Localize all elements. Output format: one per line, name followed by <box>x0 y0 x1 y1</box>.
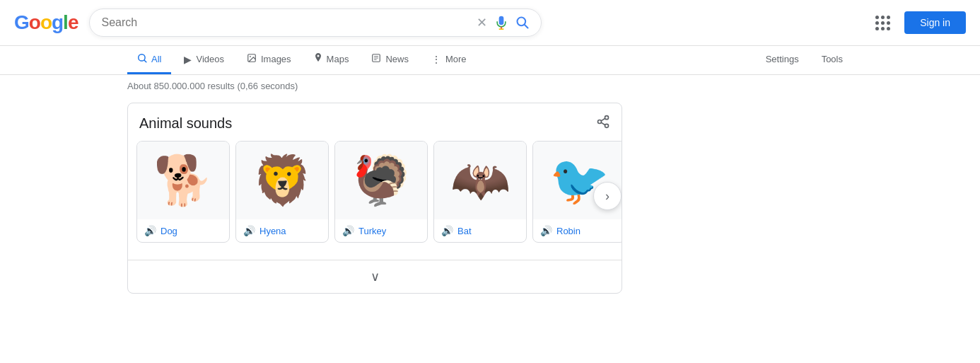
google-logo[interactable]: Google <box>14 11 78 34</box>
nav-right: Settings Tools <box>756 47 853 74</box>
turkey-emoji: 🦃 <box>351 152 412 209</box>
expand-icon: ∨ <box>371 270 380 284</box>
tab-images[interactable]: Images <box>237 46 301 74</box>
tab-videos-label: Videos <box>196 54 224 64</box>
animals-scroll: 🐕 🔊 Dog 🦁 🔊 Hyena 🦃 <box>128 141 622 243</box>
next-arrow-button[interactable]: › <box>593 182 622 210</box>
hyena-name: Hyena <box>259 226 286 236</box>
all-icon <box>137 53 147 65</box>
dog-emoji: 🐕 <box>153 152 214 209</box>
sound-icon-turkey: 🔊 <box>342 225 354 236</box>
news-icon <box>371 53 381 65</box>
tab-images-label: Images <box>261 54 291 64</box>
svg-point-7 <box>250 56 251 57</box>
turkey-image: 🦃 <box>335 142 427 219</box>
dog-name: Dog <box>161 226 177 236</box>
svg-line-16 <box>601 118 605 121</box>
tab-more-label: More <box>445 54 467 64</box>
sound-icon-robin: 🔊 <box>540 225 552 236</box>
dog-image: 🐕 <box>137 142 229 219</box>
search-input[interactable]: What sound does a dog make <box>101 16 469 29</box>
voice-search-button[interactable] <box>494 16 508 30</box>
tools-link[interactable]: Tools <box>812 47 853 74</box>
tab-maps[interactable]: Maps <box>304 46 359 74</box>
hyena-emoji: 🦁 <box>252 152 313 209</box>
logo-letter-o2: o <box>40 11 52 33</box>
svg-line-3 <box>525 25 528 28</box>
tab-all-label: All <box>151 54 161 64</box>
settings-link[interactable]: Settings <box>756 47 809 74</box>
clear-search-button[interactable]: ✕ <box>477 15 487 30</box>
logo-letter-g2: g <box>52 11 63 33</box>
videos-icon: ▶ <box>184 54 192 65</box>
logo-letter-l: l <box>63 11 68 33</box>
images-icon <box>247 53 257 65</box>
search-bar: What sound does a dog make ✕ <box>89 8 542 37</box>
bat-image: 🦇 <box>434 142 526 219</box>
hyena-image: 🦁 <box>236 142 328 219</box>
knowledge-panel: Animal sounds 🐕 🔊 Dog <box>127 103 622 294</box>
sound-icon-hyena: 🔊 <box>243 225 255 236</box>
svg-line-5 <box>144 60 146 62</box>
logo-letter-g: G <box>14 11 29 33</box>
nav-tabs: All ▶ Videos Images Maps News ⋮ More Set… <box>0 46 980 75</box>
tab-all[interactable]: All <box>127 46 171 74</box>
header: Google What sound does a dog make ✕ <box>0 0 980 46</box>
animal-card-hyena[interactable]: 🦁 🔊 Hyena <box>235 141 329 243</box>
svg-point-8 <box>317 55 319 57</box>
panel-title: Animal sounds <box>139 115 232 132</box>
dog-label: 🔊 Dog <box>137 219 229 242</box>
logo-letter-o1: o <box>29 11 40 33</box>
sound-icon: 🔊 <box>144 225 156 236</box>
apps-grid-icon <box>875 16 890 30</box>
hyena-label: 🔊 Hyena <box>236 219 328 242</box>
header-right: Sign in <box>870 10 966 36</box>
bat-emoji: 🦇 <box>450 152 511 209</box>
bat-name: Bat <box>457 226 472 236</box>
google-apps-button[interactable] <box>870 10 896 36</box>
maps-icon <box>314 53 322 65</box>
sign-in-button[interactable]: Sign in <box>904 11 966 34</box>
animal-card-turkey[interactable]: 🦃 🔊 Turkey <box>334 141 428 243</box>
turkey-label: 🔊 Turkey <box>335 219 427 242</box>
tab-news[interactable]: News <box>361 46 419 74</box>
show-more-button[interactable]: ∨ <box>128 260 622 293</box>
tab-news-label: News <box>385 54 409 64</box>
tab-videos[interactable]: ▶ Videos <box>174 47 234 74</box>
results-count: About 850.000.000 results (0,66 seconds) <box>0 75 980 97</box>
bat-label: 🔊 Bat <box>434 219 526 242</box>
robin-name: Robin <box>556 226 581 236</box>
turkey-name: Turkey <box>358 226 386 236</box>
panel-header: Animal sounds <box>128 115 622 141</box>
more-icon: ⋮ <box>431 54 441 65</box>
tab-maps-label: Maps <box>327 54 349 64</box>
svg-line-17 <box>601 122 605 125</box>
share-button[interactable] <box>596 115 610 132</box>
tab-more[interactable]: ⋮ More <box>421 47 477 74</box>
animal-card-bat[interactable]: 🦇 🔊 Bat <box>433 141 527 243</box>
logo-letter-e: e <box>68 11 78 33</box>
search-submit-button[interactable] <box>515 16 530 30</box>
sound-icon-bat: 🔊 <box>441 225 453 236</box>
animal-card-dog[interactable]: 🐕 🔊 Dog <box>136 141 230 243</box>
robin-label: 🔊 Robin <box>533 219 622 242</box>
